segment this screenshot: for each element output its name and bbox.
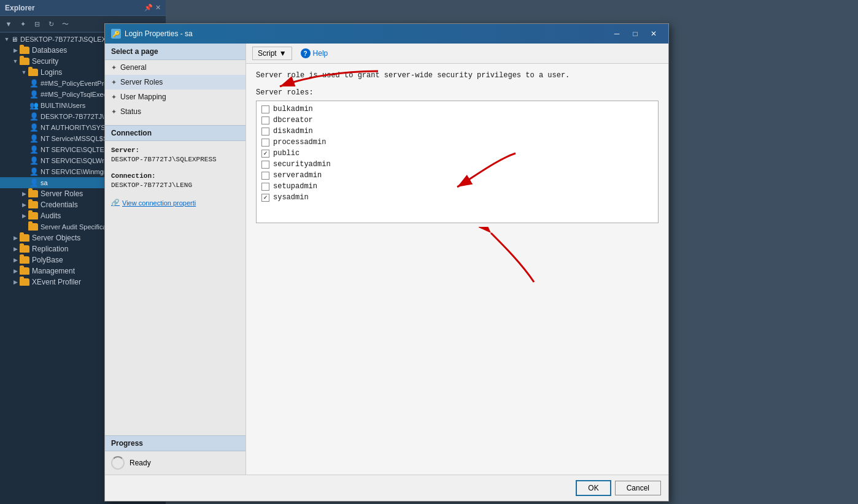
script-button[interactable]: Script ▼ [252,47,292,60]
role-name-dbcreator: dbcreator [273,116,313,124]
server-objects-label: Server Objects [32,234,80,242]
user-group-icon: 👥 [29,101,38,110]
role-checkbox-dbcreator[interactable] [261,116,269,124]
role-checkbox-bulkadmin[interactable] [261,105,269,113]
page-icon: ✦ [111,64,117,72]
server-label: Server: [111,146,239,154]
expand-icon: ▶ [11,234,20,242]
role-checkbox-sysadmin[interactable] [261,194,269,202]
role-checkbox-serveradmin[interactable] [261,172,269,180]
page-status[interactable]: ✦ Status [105,104,245,119]
user-icon: 👤 [29,123,38,132]
expand-icon: ▶ [11,46,20,55]
expand-icon: ▶ [11,256,20,264]
role-name-processadmin: processadmin [273,138,326,147]
expand-icon [20,223,28,231]
logins-label: Logins [41,68,62,77]
role-bulkadmin[interactable]: bulkadmin [258,104,657,115]
server-value: DESKTOP-7B772TJ\SQLEXPRESS [111,155,239,163]
folder-icon [20,47,29,54]
close-button[interactable]: ✕ [645,28,662,40]
page-general-label: General [120,63,147,72]
role-name-public: public [273,149,300,158]
activity-button[interactable]: 〜 [59,18,71,30]
progress-content: Ready [105,451,245,475]
security-label: Security [32,57,58,66]
expand-icon: ▶ [20,200,28,209]
dialog-left-panel: Select a page ✦ General ✦ Server Roles ✦… [105,44,246,475]
close-icon[interactable]: ✕ [155,4,161,12]
sa-label: sa [41,179,48,186]
role-checkbox-securityadmin[interactable] [261,161,269,169]
folder-icon [28,190,38,197]
ready-label: Ready [129,459,151,467]
role-securityadmin[interactable]: securityadmin [258,159,657,170]
folder-icon [20,234,29,242]
maximize-button[interactable]: □ [627,28,644,40]
replication-label: Replication [32,245,68,253]
new-object-button[interactable]: ✦ [17,18,29,30]
page-icon: ✦ [111,93,117,101]
expand-icon: ▶ [11,267,20,275]
role-processadmin[interactable]: processadmin [258,137,657,148]
dialog-content: Select a page ✦ General ✦ Server Roles ✦… [105,44,668,475]
user-icon: 👤 [29,112,38,121]
server-icon: 🖥 [11,36,18,43]
role-dbcreator[interactable]: dbcreator [258,115,657,126]
folder-icon [20,278,29,286]
explorer-window-controls: 📌 ✕ [144,4,161,12]
role-checkbox-setupadmin[interactable] [261,183,269,191]
explorer-titlebar: Explorer 📌 ✕ [0,0,166,16]
page-server-roles-label: Server Roles [120,78,163,86]
view-connection-link[interactable]: 🔗 View connection properti [111,199,239,207]
role-serveradmin[interactable]: serveradmin [258,170,657,181]
folder-icon [28,201,38,208]
dialog-title-left: 🔑 Login Properties - sa [111,29,193,39]
progress-section-header: Progress [105,435,245,451]
dialog-title: Login Properties - sa [125,29,193,38]
roles-list: bulkadmin dbcreator diskadmin [256,101,659,223]
role-name-diskadmin: diskadmin [273,127,313,136]
folder-icon [20,58,29,65]
spacer [105,210,245,435]
select-button[interactable]: ▼ [2,18,15,30]
expand-icon: ▶ [11,245,20,253]
page-server-roles[interactable]: ✦ Server Roles [105,75,245,90]
page-user-mapping[interactable]: ✦ User Mapping [105,90,245,104]
user-icon: 👤 [29,79,38,88]
dialog-footer: OK Cancel [105,475,668,501]
role-name-serveradmin: serveradmin [273,171,322,180]
role-name-securityadmin: securityadmin [273,160,331,169]
role-checkbox-diskadmin[interactable] [261,128,269,136]
pin-icon[interactable]: 📌 [144,4,153,12]
role-diskadmin[interactable]: diskadmin [258,126,657,137]
dropdown-icon: ▼ [279,49,287,58]
refresh-button[interactable]: ↻ [45,18,57,30]
role-checkbox-public[interactable] [261,150,269,158]
minimize-button[interactable]: ─ [608,28,625,40]
dialog-main-content: Server role is used to grant server-wide… [246,64,668,475]
connection-label: Connection: [111,172,239,180]
management-label: Management [32,267,75,275]
credentials-label: Credentials [41,200,78,209]
folder-icon [20,256,29,264]
ok-button[interactable]: OK [576,480,611,496]
login-label: BUILTIN\Users [41,102,85,109]
page-general[interactable]: ✦ General [105,60,245,75]
filter-button[interactable]: ⊟ [31,18,43,30]
role-setupadmin[interactable]: setupadmin [258,181,657,192]
role-checkbox-processadmin[interactable] [261,139,269,147]
role-name-bulkadmin: bulkadmin [273,105,313,113]
databases-label: Databases [32,46,67,55]
connection-info: Server: DESKTOP-7B772TJ\SQLEXPRESS [105,141,245,169]
select-page-header: Select a page [105,44,245,60]
user-icon: 👤 [29,145,38,154]
role-sysadmin[interactable]: sysadmin [258,192,657,203]
folder-icon [28,69,38,76]
cancel-button[interactable]: Cancel [615,481,661,495]
help-button[interactable]: ? Help [296,47,333,60]
server-roles-label: Server Roles [41,189,83,198]
user-icon: 👤 [29,167,38,176]
page-status-label: Status [120,107,141,116]
role-public[interactable]: public [258,148,657,159]
